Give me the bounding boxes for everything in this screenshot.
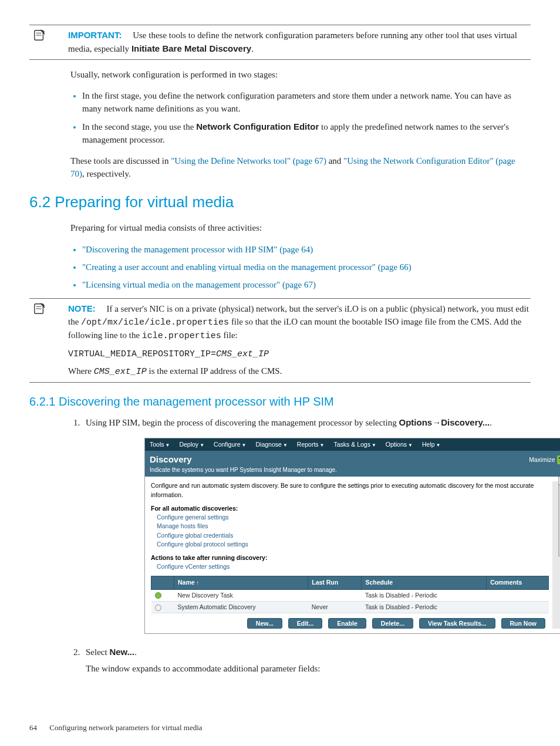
sim-subtitle: Indicate the systems you want HP Systems… <box>150 466 560 475</box>
tools-para: These tools are discussed in "Using the … <box>70 155 531 181</box>
block1-title: For all automatic discoveries: <box>151 504 549 513</box>
discovery-table: Name ↑ Last Run Schedule Comments New Di… <box>151 576 549 613</box>
menu-tasks[interactable]: Tasks & Logs▼ <box>329 438 380 451</box>
menu-diagnose[interactable]: Diagnose▼ <box>251 438 292 451</box>
activity-link-3[interactable]: "Licensing virtual media on the manageme… <box>82 280 316 289</box>
new-button[interactable]: New... <box>247 618 282 629</box>
intro-para: Usually, network configuration is perfor… <box>70 69 531 82</box>
code-line-prefix: VIRTUAL_MEDIA_REPOSITORY_IP= <box>68 349 216 359</box>
note-label: NOTE: <box>68 303 96 313</box>
step-2: Select New.... The window expands to acc… <box>82 646 531 676</box>
sim-screenshot: Tools▼ Deploy▼ Configure▼ Diagnose▼ Repo… <box>144 438 560 634</box>
col-name[interactable]: Name ↑ <box>174 576 308 589</box>
block2-title: Actions to take after running discovery: <box>151 553 549 562</box>
stage-bullets: In the first stage, you define the netwo… <box>70 90 531 146</box>
section-6-2-intro: Preparing for virtual media consists of … <box>70 222 531 235</box>
menu-configure[interactable]: Configure▼ <box>209 438 251 451</box>
col-schedule[interactable]: Schedule <box>362 576 487 589</box>
menu-help[interactable]: Help▼ <box>417 438 446 451</box>
link-global-protocol[interactable]: Configure global protocol settings <box>157 540 549 549</box>
page-number: 64 <box>29 723 37 732</box>
link-vcenter-settings[interactable]: Configure vCenter settings <box>157 562 549 571</box>
view-results-button[interactable]: View Task Results... <box>419 618 495 629</box>
footer-title: Configuring network parameters for virtu… <box>49 723 202 732</box>
col-radio <box>151 576 174 589</box>
activity-link-2[interactable]: "Creating a user account and enabling vi… <box>82 262 411 272</box>
col-comments[interactable]: Comments <box>487 576 549 589</box>
table-row[interactable]: New Discovery Task Task is Disabled - Pe… <box>151 589 549 601</box>
sim-title: Discovery <box>150 453 560 466</box>
menu-reports[interactable]: Reports▼ <box>292 438 329 451</box>
stage-bullet-1: In the first stage, you define the netwo… <box>82 90 531 116</box>
enable-button[interactable]: Enable <box>328 618 366 629</box>
important-bold-tail: Initiate Bare Metal Discovery <box>131 43 251 53</box>
section-6-2-heading: 6.2 Preparing for virtual media <box>29 191 531 214</box>
sim-menubar: Tools▼ Deploy▼ Configure▼ Diagnose▼ Repo… <box>145 438 560 451</box>
sim-desc: Configure and run automatic system disco… <box>151 481 549 499</box>
step-2-sub: The window expands to accommodate additi… <box>86 663 531 676</box>
note-callout: NOTE: If a server's NIC is on a private … <box>29 298 531 383</box>
menu-deploy[interactable]: Deploy▼ <box>174 438 209 451</box>
run-now-button[interactable]: Run Now <box>501 618 546 629</box>
stage-bullet-2: In the second stage, you use the Network… <box>82 120 531 147</box>
radio-selected-icon[interactable] <box>155 592 161 599</box>
link-global-credentials[interactable]: Configure global credentials <box>157 531 549 540</box>
menu-tools[interactable]: Tools▼ <box>145 438 174 451</box>
radio-unselected-icon[interactable] <box>155 605 161 611</box>
help-icon[interactable]: ? <box>557 455 560 464</box>
link-general-settings[interactable]: Configure general settings <box>157 513 549 522</box>
maximize-link[interactable]: Maximize <box>529 455 555 464</box>
note-icon <box>29 302 68 379</box>
table-row[interactable]: System Automatic Discovery Never Task is… <box>151 601 549 613</box>
important-callout: IMPORTANT: Use these tools to define the… <box>29 25 531 60</box>
activities-list: "Discovering the management processor wi… <box>70 244 531 291</box>
steps-list: Using HP SIM, begin the process of disco… <box>70 416 531 675</box>
page-footer: 64 Configuring network parameters for vi… <box>29 723 531 734</box>
section-6-2-1-heading: 6.2.1 Discovering the management process… <box>29 393 531 410</box>
sim-content: ▲ Configure and run automatic system dis… <box>145 477 560 633</box>
menu-options[interactable]: Options▼ <box>381 438 417 451</box>
sim-button-row: New... Edit... Enable Delete... View Tas… <box>151 618 549 629</box>
link-define-networks[interactable]: "Using the Define Networks tool" (page 6… <box>171 156 326 166</box>
col-lastrun[interactable]: Last Run <box>308 576 362 589</box>
important-text-suffix: . <box>251 44 254 53</box>
edit-button[interactable]: Edit... <box>288 618 323 629</box>
note-icon <box>29 29 68 56</box>
link-hosts-files[interactable]: Manage hosts files <box>157 522 549 531</box>
code-line-var: CMS_ext_IP <box>216 349 269 359</box>
sort-up-icon: ↑ <box>197 580 200 586</box>
step-1: Using HP SIM, begin the process of disco… <box>82 416 531 634</box>
delete-button[interactable]: Delete... <box>372 618 413 629</box>
activity-link-1[interactable]: "Discovering the management processor wi… <box>82 245 313 254</box>
sim-titlebar: Discovery Indicate the systems you want … <box>145 451 560 477</box>
important-label: IMPORTANT: <box>68 30 122 40</box>
